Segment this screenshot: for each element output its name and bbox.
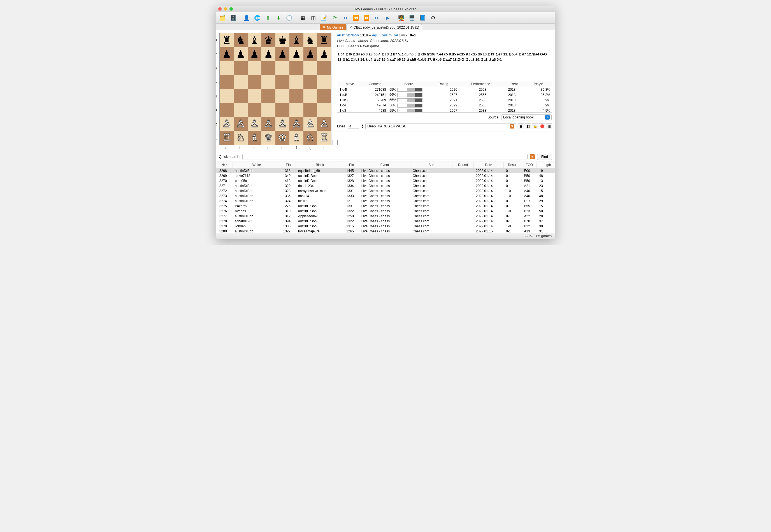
opening-row[interactable]: 1.e4! 271088 55% 25202558201836.3%	[337, 87, 552, 92]
engine-stop-icon[interactable]: ◼	[518, 123, 524, 129]
gear-icon[interactable]: ⚙	[429, 13, 438, 23]
player-online-icon[interactable]: 🌐	[252, 13, 262, 23]
square[interactable]: ♕	[261, 131, 275, 145]
nav-last-icon[interactable]: ⏭	[372, 13, 382, 23]
tab-game[interactable]: ✕ CBizdaddy_vs_austinDrBob_2022.01.15 (1…	[346, 24, 422, 30]
col-site[interactable]: Site	[410, 162, 453, 168]
engine-settings-icon[interactable]: ▦	[546, 123, 552, 129]
col-result[interactable]: Result	[504, 162, 522, 168]
game-row[interactable]: 3274austinDrBob1324nis1P1211Live Chess -…	[216, 199, 555, 204]
engine-select[interactable]: Deep HIARCS 14 WCSC ⇅	[365, 123, 516, 129]
square[interactable]: ♘	[234, 131, 248, 145]
arrow-down-icon[interactable]: ⬇	[274, 13, 283, 23]
square[interactable]: ♜	[317, 33, 331, 47]
square[interactable]	[261, 61, 275, 75]
game-row[interactable]: 3268austinDrBob1318equilibrium_691445Liv…	[216, 168, 555, 173]
col-games[interactable]: Games˅	[362, 81, 388, 87]
search-input[interactable]	[242, 154, 527, 160]
square[interactable]	[303, 61, 317, 75]
nav-next-icon[interactable]: ⏩	[362, 13, 371, 23]
square[interactable]	[275, 61, 289, 75]
square[interactable]	[275, 103, 289, 117]
square[interactable]	[234, 75, 248, 89]
opening-row[interactable]: 1.c4 49674 56% 2529255820189%	[337, 103, 552, 108]
square[interactable]: ♟	[289, 47, 303, 61]
square[interactable]	[220, 61, 234, 75]
clock-icon[interactable]: 🕒	[284, 13, 294, 23]
col-date[interactable]: Date	[474, 162, 504, 168]
square[interactable]	[275, 89, 289, 103]
stepper-arrows-icon[interactable]: ▲▼	[361, 124, 363, 129]
tab-my-games[interactable]: ✕ My Games	[320, 24, 346, 30]
db-open-icon[interactable]: 🗄️	[228, 13, 238, 23]
square[interactable]: ♘	[303, 131, 317, 145]
col-play[interactable]: Play%	[525, 81, 552, 87]
game-row[interactable]: 3271austinDrBob1320doshi12341334Live Che…	[216, 183, 555, 188]
move-list[interactable]: 1.c4 ♘f6 2.d4 e6 3.a3 b6 4.♘c3 ♗b7 5.♗g5…	[337, 50, 552, 81]
square[interactable]	[220, 103, 234, 117]
square[interactable]: ♙	[248, 117, 262, 131]
nav-prev-icon[interactable]: ⏪	[351, 13, 360, 23]
col-elo1[interactable]: Elo	[281, 162, 296, 168]
square[interactable]	[234, 103, 248, 117]
square[interactable]: ♟	[248, 47, 262, 61]
square[interactable]	[317, 103, 331, 117]
find-button[interactable]: Find	[537, 154, 552, 160]
square[interactable]	[289, 75, 303, 89]
col-event[interactable]: Event	[359, 162, 411, 168]
col-round[interactable]: Round	[453, 162, 474, 168]
col-perf[interactable]: Performance	[457, 81, 504, 87]
game-row[interactable]: 3280austinDrBob1322force1majeure1265Live…	[216, 229, 555, 233]
nav-first-icon[interactable]: ⏮	[340, 13, 350, 23]
close-window[interactable]	[218, 7, 222, 11]
white-player[interactable]: austinDrBob	[337, 33, 359, 37]
col-move[interactable]: Move	[337, 81, 362, 87]
col-white[interactable]: White	[232, 162, 281, 168]
square[interactable]: ♚	[275, 33, 289, 47]
square[interactable]	[248, 89, 262, 103]
square[interactable]: ♗	[289, 131, 303, 145]
lines-stepper[interactable]: 4	[348, 124, 359, 129]
square[interactable]	[234, 89, 248, 103]
square[interactable]: ♖	[317, 131, 331, 145]
minimize-window[interactable]	[224, 7, 227, 11]
game-row[interactable]: 3269steve71181340austinDrBob1327Live Che…	[216, 173, 555, 178]
square[interactable]	[261, 89, 275, 103]
square[interactable]: ♝	[248, 33, 262, 47]
close-tab-icon[interactable]: ✕	[323, 25, 325, 29]
game-row[interactable]: 3276Avdoas1310austinDrBob1322Live Chess …	[216, 209, 555, 214]
square[interactable]: ♟	[275, 47, 289, 61]
server-icon[interactable]: 🖥️	[407, 13, 417, 23]
col-score[interactable]: Score	[388, 81, 430, 87]
black-player[interactable]: equilibrium_69	[372, 33, 398, 37]
square[interactable]	[248, 61, 262, 75]
nav-play-icon[interactable]: ▶	[383, 13, 393, 23]
board-setup-icon[interactable]: ◫	[308, 13, 318, 23]
coach-icon[interactable]: 🧑‍🏫	[397, 13, 406, 23]
arrow-up-icon[interactable]: ⬆	[263, 13, 272, 23]
square[interactable]: ♙	[275, 117, 289, 131]
game-row[interactable]: 3273austinDrBob1336dbaji141333Live Chess…	[216, 193, 555, 199]
square[interactable]	[248, 103, 262, 117]
square[interactable]	[317, 61, 331, 75]
square[interactable]	[317, 89, 331, 103]
square[interactable]: ♟	[317, 47, 331, 61]
close-tab-icon[interactable]: ✕	[349, 25, 352, 29]
square[interactable]: ♟	[220, 47, 234, 61]
col-eco[interactable]: ECO	[522, 162, 537, 168]
square[interactable]: ♙	[220, 117, 234, 131]
square[interactable]: ♛	[261, 33, 275, 47]
engine-color-icon[interactable]: 🔴	[539, 123, 545, 129]
square[interactable]: ♖	[220, 131, 234, 145]
square[interactable]	[303, 89, 317, 103]
col-rating[interactable]: Rating	[430, 81, 457, 87]
square[interactable]: ♟	[303, 47, 317, 61]
annotate-icon[interactable]: 📝	[319, 13, 328, 23]
search-dropdown-icon[interactable]: ▾	[530, 154, 535, 159]
square[interactable]: ♙	[303, 117, 317, 131]
square[interactable]: ♗	[248, 131, 262, 145]
square[interactable]	[289, 89, 303, 103]
square[interactable]: ♔	[275, 131, 289, 145]
col-black[interactable]: Black	[296, 162, 344, 168]
square[interactable]	[220, 75, 234, 89]
